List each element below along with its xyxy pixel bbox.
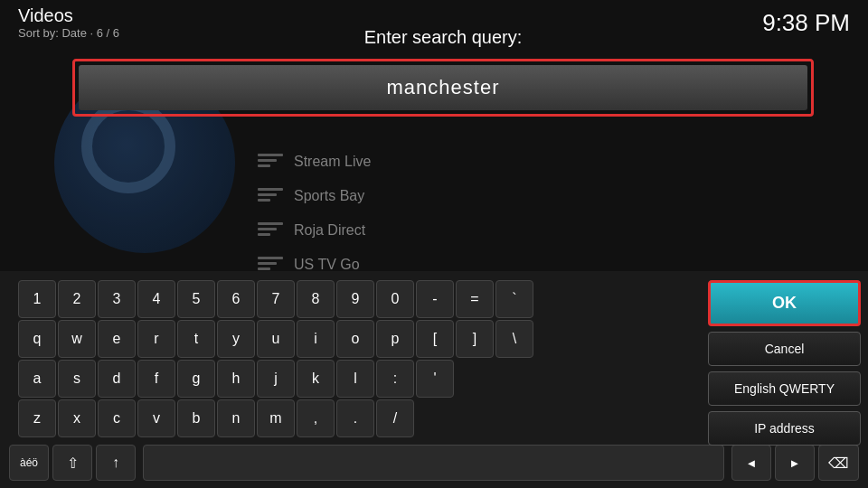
key-backtick[interactable]: `: [495, 280, 533, 318]
key-8[interactable]: 8: [297, 280, 335, 318]
key-shift[interactable]: ↑: [96, 445, 136, 481]
search-dialog: Enter search query:: [72, 27, 814, 117]
key-3[interactable]: 3: [98, 280, 136, 318]
key-f[interactable]: f: [137, 360, 175, 398]
key-g[interactable]: g: [177, 360, 215, 398]
key-l[interactable]: l: [336, 360, 374, 398]
list-item: Sports Bay: [253, 179, 375, 213]
keyboard-area: 1 2 3 4 5 6 7 8 9 0 - = ` q w: [0, 271, 868, 488]
list-item: Roja Direct: [253, 213, 375, 248]
key-9[interactable]: 9: [336, 280, 374, 318]
key-colon[interactable]: :: [376, 360, 414, 398]
key-2[interactable]: 2: [58, 280, 96, 318]
key-space[interactable]: [143, 445, 724, 481]
key-d[interactable]: d: [98, 360, 136, 398]
ip-button[interactable]: IP address: [708, 411, 861, 446]
key-rbracket[interactable]: ]: [456, 320, 494, 358]
search-input-wrapper: [72, 59, 814, 117]
key-1[interactable]: 1: [18, 280, 56, 318]
key-i[interactable]: i: [297, 320, 335, 358]
key-0[interactable]: 0: [376, 280, 414, 318]
key-k[interactable]: k: [297, 360, 335, 398]
key-x[interactable]: x: [58, 399, 96, 437]
key-r[interactable]: r: [137, 320, 175, 358]
key-equals[interactable]: =: [456, 280, 494, 318]
key-o[interactable]: o: [336, 320, 374, 358]
key-4[interactable]: 4: [137, 280, 175, 318]
key-h[interactable]: h: [217, 360, 255, 398]
cancel-button[interactable]: Cancel: [708, 332, 861, 366]
key-m[interactable]: m: [257, 399, 295, 437]
keyboard-container: 1 2 3 4 5 6 7 8 9 0 - = ` q w: [0, 271, 868, 488]
key-v[interactable]: v: [137, 399, 175, 437]
key-t[interactable]: t: [177, 320, 215, 358]
background-list: Stream Live Sports Bay Roja Direct US TV…: [253, 145, 375, 282]
key-lbracket[interactable]: [: [416, 320, 454, 358]
key-6[interactable]: 6: [217, 280, 255, 318]
right-buttons-panel: OK Cancel English QWERTY IP address: [701, 271, 868, 488]
key-period[interactable]: .: [336, 399, 374, 437]
key-s[interactable]: s: [58, 360, 96, 398]
key-shift-lock[interactable]: ⇧: [52, 445, 92, 481]
key-b[interactable]: b: [177, 399, 215, 437]
list-item: Stream Live: [253, 145, 375, 179]
key-w[interactable]: w: [58, 320, 96, 358]
key-backslash[interactable]: \: [495, 320, 533, 358]
key-q[interactable]: q: [18, 320, 56, 358]
key-e[interactable]: e: [98, 320, 136, 358]
key-slash[interactable]: /: [376, 399, 414, 437]
search-input[interactable]: [79, 65, 807, 110]
page-title: Videos: [18, 5, 119, 26]
ok-button[interactable]: OK: [708, 280, 861, 326]
key-u[interactable]: u: [257, 320, 295, 358]
key-7[interactable]: 7: [257, 280, 295, 318]
key-5[interactable]: 5: [177, 280, 215, 318]
key-quote[interactable]: ': [416, 360, 454, 398]
key-z[interactable]: z: [18, 399, 56, 437]
key-minus[interactable]: -: [416, 280, 454, 318]
key-c[interactable]: c: [98, 399, 136, 437]
key-symbols[interactable]: àéö: [9, 445, 49, 481]
key-y[interactable]: y: [217, 320, 255, 358]
search-prompt-label: Enter search query:: [72, 27, 814, 48]
key-a[interactable]: a: [18, 360, 56, 398]
key-comma[interactable]: ,: [297, 399, 335, 437]
key-j[interactable]: j: [257, 360, 295, 398]
layout-button[interactable]: English QWERTY: [708, 371, 861, 406]
key-n[interactable]: n: [217, 399, 255, 437]
key-p[interactable]: p: [376, 320, 414, 358]
